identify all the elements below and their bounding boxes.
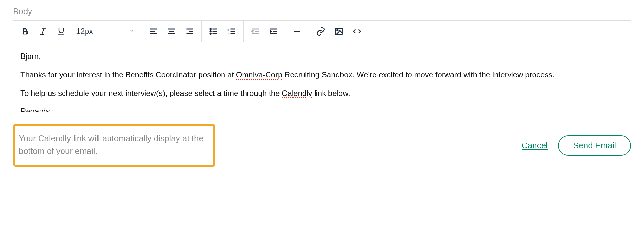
spellcheck-omniva: Omniva-Corp [236,70,282,79]
indent-button[interactable] [264,21,282,42]
footer: Your Calendly link will automatically di… [13,124,631,167]
insert-group [309,21,369,42]
code-icon [352,27,362,36]
underline-button[interactable] [52,21,70,42]
cancel-button[interactable]: Cancel [522,141,548,151]
svg-text:2: 2 [227,30,229,32]
italic-button[interactable] [34,21,52,42]
underline-icon [57,27,66,36]
indent-group [244,21,285,42]
greeting-line: Bjorn, [20,51,624,62]
chevron-down-icon [129,27,135,36]
outdent-icon [251,27,260,36]
calendly-callout: Your Calendly link will automatically di… [13,124,215,167]
spellcheck-calendly: Calendly [282,89,312,97]
image-icon [334,27,343,36]
horizontal-rule-icon [293,27,302,36]
link-button[interactable] [312,21,330,42]
align-group [142,21,202,42]
svg-point-15 [210,33,211,34]
italic-icon [39,27,48,36]
svg-text:1: 1 [227,28,229,30]
body-label: Body [13,6,631,17]
editor-content[interactable]: Bjorn, Thanks for your interest in the B… [13,42,631,112]
horizontal-rule-button[interactable] [288,21,306,42]
outdent-button[interactable] [246,21,264,42]
closing-line: Regards, [20,106,624,112]
bold-icon [20,27,29,36]
indent-icon [269,27,278,36]
list-group: 123 [202,21,244,42]
align-left-icon [149,27,158,36]
intro-paragraph: Thanks for your interest in the Benefits… [20,69,624,81]
editor-toolbar: 12px 123 [13,21,631,42]
font-size-select[interactable]: 12px [70,21,139,42]
text-format-group: 12px [13,21,142,42]
svg-point-33 [337,30,338,31]
link-icon [316,27,325,36]
code-button[interactable] [348,21,366,42]
svg-line-2 [42,28,44,35]
font-size-value: 12px [76,27,93,36]
align-center-icon [167,27,176,36]
numbered-list-button[interactable]: 123 [223,21,241,42]
align-center-button[interactable] [163,21,181,42]
footer-actions: Cancel Send Email [522,135,631,156]
calendly-callout-text: Your Calendly link will automatically di… [19,132,204,157]
bullet-list-button[interactable] [204,21,223,42]
align-left-button[interactable] [144,21,163,42]
align-right-icon [185,27,194,36]
bold-button[interactable] [16,21,34,42]
svg-text:3: 3 [227,32,229,35]
align-right-button[interactable] [181,21,199,42]
svg-point-13 [210,28,211,30]
schedule-paragraph: To help us schedule your next interview(… [20,88,624,99]
image-button[interactable] [330,21,348,42]
rule-group [285,21,309,42]
bullet-list-icon [209,27,218,36]
numbered-list-icon: 123 [227,27,236,36]
rich-text-editor: 12px 123 [13,20,631,112]
send-email-button[interactable]: Send Email [558,135,631,156]
svg-point-14 [210,31,211,32]
